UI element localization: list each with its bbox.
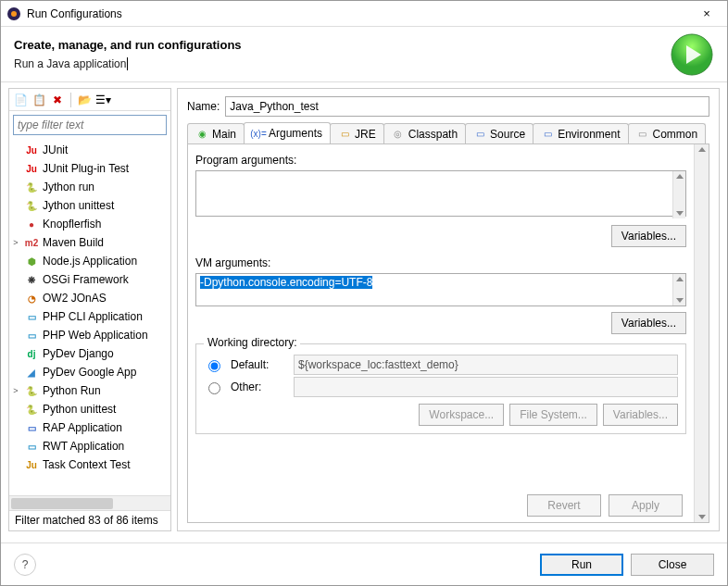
- delete-icon[interactable]: ✖: [50, 93, 65, 107]
- wd-other-radio[interactable]: [208, 382, 220, 394]
- filesystem-button[interactable]: File System...: [509, 404, 597, 426]
- wd-other-label: Other:: [231, 380, 286, 393]
- tree-item[interactable]: 🐍Python unittest: [9, 400, 170, 418]
- vm-args-input[interactable]: -Dpython.console.encoding=UTF-8: [195, 273, 686, 306]
- run-big-icon: [670, 32, 714, 77]
- workspace-button[interactable]: Workspace...: [419, 404, 504, 426]
- tab-arguments[interactable]: (x)=Arguments: [244, 122, 331, 143]
- config-type-icon: ▭: [24, 309, 39, 324]
- duplicate-icon[interactable]: 📋: [31, 93, 46, 107]
- filter-status: Filter matched 83 of 86 items: [9, 510, 170, 530]
- program-variables-button[interactable]: Variables...: [611, 225, 686, 247]
- wd-default-radio[interactable]: [208, 360, 220, 372]
- close-icon[interactable]: ×: [692, 6, 722, 20]
- tab-environment[interactable]: ▭Environment: [533, 123, 628, 143]
- new-config-icon[interactable]: 📄: [13, 93, 28, 107]
- config-tree[interactable]: JuJUnitJuJUnit Plug-in Test🐍Jython run🐍J…: [9, 139, 170, 495]
- tree-item[interactable]: ◢PyDev Google App: [9, 363, 170, 381]
- tab-label: JRE: [355, 128, 376, 141]
- expand-icon[interactable]: >: [11, 386, 20, 395]
- expand-icon[interactable]: >: [11, 238, 20, 247]
- working-dir-label: Working directory:: [204, 336, 300, 349]
- wd-variables-button[interactable]: Variables...: [603, 404, 678, 426]
- tab-source[interactable]: ▭Source: [465, 123, 533, 143]
- tree-item-label: RAP Application: [43, 421, 122, 434]
- textarea-scroll[interactable]: [672, 171, 685, 218]
- tree-item-label: OW2 JOnAS: [43, 292, 107, 305]
- tree-item[interactable]: 🐍Jython run: [9, 178, 170, 196]
- help-button[interactable]: ?: [14, 554, 36, 576]
- run-button[interactable]: Run: [540, 554, 623, 576]
- tree-item[interactable]: ▭RAP Application: [9, 418, 170, 437]
- v-scrollbar[interactable]: [694, 144, 709, 522]
- tree-item[interactable]: JuTask Context Test: [9, 455, 170, 474]
- program-args-input[interactable]: [195, 170, 686, 217]
- tab-icon: ◉: [195, 128, 208, 141]
- config-type-icon: Ju: [24, 457, 39, 472]
- revert-button[interactable]: Revert: [527, 494, 601, 517]
- h-scrollbar[interactable]: [9, 495, 170, 510]
- tab-common[interactable]: ▭Common: [628, 123, 707, 143]
- tree-item[interactable]: ▭PHP Web Application: [9, 326, 170, 344]
- textarea-scroll[interactable]: [672, 274, 685, 305]
- tab-icon: ▭: [636, 128, 649, 141]
- config-type-icon: 🐍: [24, 402, 39, 417]
- config-type-icon: m2: [24, 235, 39, 250]
- config-type-icon: 🐍: [24, 180, 39, 194]
- tree-item[interactable]: ●Knopflerfish: [9, 215, 170, 233]
- config-type-icon: ▭: [24, 439, 39, 454]
- name-input[interactable]: [225, 96, 709, 117]
- filter-input[interactable]: [13, 115, 167, 135]
- header: Create, manage, and run configurations R…: [1, 27, 727, 82]
- filter-menu-icon[interactable]: ☰▾: [95, 93, 110, 107]
- svg-point-1: [11, 11, 17, 17]
- tab-classpath[interactable]: ◎Classpath: [383, 123, 466, 143]
- tree-item-label: JUnit Plug-in Test: [43, 162, 129, 175]
- tab-icon: (x)=: [252, 127, 265, 140]
- tree-item-label: Maven Build: [43, 236, 104, 249]
- tree-item-label: Jython run: [43, 181, 94, 193]
- left-toolbar: 📄 📋 ✖ 📂 ☰▾: [9, 89, 170, 111]
- config-type-icon: 🐍: [24, 198, 39, 213]
- config-type-icon: ▭: [24, 420, 39, 435]
- tree-item-label: PHP Web Application: [43, 329, 148, 342]
- apply-button[interactable]: Apply: [609, 494, 683, 517]
- tab-main[interactable]: ◉Main: [187, 123, 245, 143]
- sidebar: 📄 📋 ✖ 📂 ☰▾ JuJUnitJuJUnit Plug-in Test🐍J…: [8, 88, 171, 531]
- tab-label: Environment: [558, 128, 620, 141]
- tree-item[interactable]: ▭PHP CLI Application: [9, 307, 170, 326]
- tab-label: Common: [653, 128, 698, 141]
- collapse-icon[interactable]: 📂: [77, 93, 92, 107]
- config-type-icon: ⬢: [24, 254, 39, 268]
- header-title: Create, manage, and run configurations: [14, 38, 714, 52]
- config-type-icon: 🐍: [24, 383, 39, 398]
- tree-item-label: Knopflerfish: [43, 218, 101, 231]
- tree-item[interactable]: JuJUnit: [9, 141, 170, 159]
- tree-item[interactable]: ❋OSGi Framework: [9, 270, 170, 289]
- tree-item[interactable]: >🐍Python Run: [9, 381, 170, 400]
- tab-icon: ▭: [541, 128, 554, 141]
- tree-item[interactable]: >m2Maven Build: [9, 233, 170, 252]
- config-type-icon: ▭: [24, 328, 39, 343]
- tree-item-label: Jython unittest: [43, 199, 114, 212]
- tree-item[interactable]: djPyDev Django: [9, 344, 170, 363]
- config-type-icon: ◔: [24, 291, 39, 305]
- vm-args-label: VM arguments:: [195, 256, 701, 269]
- name-label: Name:: [187, 100, 220, 113]
- tree-item[interactable]: ◔OW2 JOnAS: [9, 289, 170, 307]
- tab-bar: ◉Main(x)=Arguments▭JRE◎Classpath▭Source▭…: [187, 122, 709, 144]
- config-type-icon: ●: [24, 217, 39, 231]
- tree-item-label: JUnit: [43, 143, 68, 156]
- tab-jre[interactable]: ▭JRE: [330, 123, 384, 143]
- tree-item-label: Node.js Application: [43, 255, 137, 268]
- wd-default-label: Default:: [231, 358, 286, 371]
- tree-item[interactable]: ▭RWT Application: [9, 437, 170, 455]
- wd-default-input: [294, 355, 678, 375]
- close-button[interactable]: Close: [631, 554, 714, 576]
- tree-item[interactable]: 🐍Jython unittest: [9, 196, 170, 215]
- tree-item-label: OSGi Framework: [43, 273, 129, 286]
- tree-item[interactable]: ⬢Node.js Application: [9, 252, 170, 270]
- window-title: Run Configurations: [27, 7, 692, 20]
- vm-variables-button[interactable]: Variables...: [611, 312, 686, 334]
- tree-item[interactable]: JuJUnit Plug-in Test: [9, 159, 170, 178]
